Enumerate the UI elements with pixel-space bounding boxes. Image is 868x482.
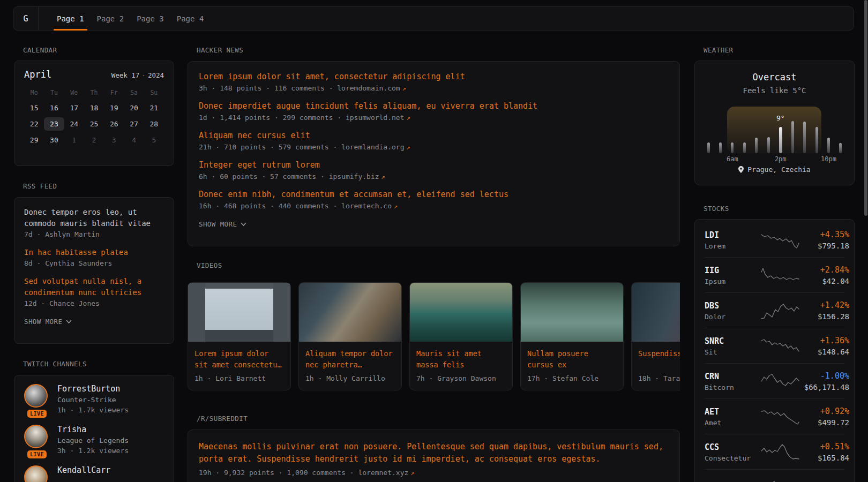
hn-title-link[interactable]: Donec enim nibh, condimentum et accumsan… xyxy=(199,189,669,200)
stock-row[interactable]: SNRC Sit +1.36% $148.64 xyxy=(705,328,844,363)
hn-title-link[interactable]: Aliquam nec cursus elit xyxy=(199,130,669,141)
page-tab-label: Page 1 xyxy=(57,14,84,23)
video-card[interactable]: Lorem ipsum dolor sit amet consectetu… 1… xyxy=(188,282,291,390)
live-badge: LIVE xyxy=(27,410,47,418)
external-link-icon[interactable]: ↗ xyxy=(407,144,410,151)
stock-row[interactable]: DBS Dolor +1.42% $156.28 xyxy=(705,292,844,328)
day-cell: 25 xyxy=(84,117,104,131)
stock-price: $66,171.48 xyxy=(800,383,849,391)
video-meta: 18h · Tara xyxy=(638,374,680,382)
page-tab[interactable]: Page 3 xyxy=(130,7,170,30)
video-thumbnail[interactable] xyxy=(188,283,290,342)
twitch-channel[interactable]: LIVE KendallCarr xyxy=(24,465,164,482)
channel-name[interactable]: KendallCarr xyxy=(57,465,110,475)
page-tab-label: Page 3 xyxy=(137,14,164,23)
hn-title-link[interactable]: Integer eget rutrum lorem xyxy=(199,160,669,171)
rss-item-title[interactable]: Sed volutpat nulla nisl, a condimentum n… xyxy=(24,276,164,298)
external-link-icon[interactable]: ↗ xyxy=(394,202,398,210)
channel-name[interactable]: Trisha xyxy=(57,425,129,434)
stock-name: Lorem xyxy=(705,242,760,250)
weather-bar xyxy=(755,138,758,153)
scrollbar[interactable] xyxy=(864,0,868,482)
rss-list: Donec tempor eros leo, ut commodo mauris… xyxy=(24,207,164,307)
stock-sparkline xyxy=(760,301,800,320)
video-title-link[interactable]: Nullam posuere cursus ex xyxy=(527,348,617,371)
show-more-button[interactable]: SHOW MORE xyxy=(24,318,72,326)
stock-sparkline xyxy=(760,478,800,482)
video-thumbnail[interactable] xyxy=(410,283,512,342)
video-title-link[interactable]: Mauris sit amet massa felis xyxy=(416,348,506,371)
external-link-icon[interactable]: ↗ xyxy=(381,173,385,180)
video-card[interactable]: Nullam posuere cursus ex 17h · Stefan Co… xyxy=(520,282,624,390)
page-tabs: Page 1 Page 2 Page 3 Page 4 xyxy=(50,7,210,30)
navbar: G Page 1 Page 2 Page 3 Page 4 xyxy=(13,6,854,31)
stock-change: +1.36% xyxy=(800,336,849,345)
stock-ticker: SNRC xyxy=(705,336,760,346)
weather-location: Prague, Czechia xyxy=(747,165,810,174)
twitch-channel[interactable]: LIVE ForrestBurton Counter-Strike 1h · 1… xyxy=(24,384,164,414)
weather-bar xyxy=(731,142,734,153)
weather-bar xyxy=(791,121,794,153)
stock-sparkline xyxy=(760,407,800,426)
video-title-link[interactable]: Aliquam tempor dolor nec pharetra… xyxy=(305,348,395,371)
twitch-channel[interactable]: LIVE Trisha League of Legends 3h · 1.2k … xyxy=(24,425,164,455)
separator-dot: · xyxy=(141,71,146,79)
rss-item-title[interactable]: Donec tempor eros leo, ut commodo mauris… xyxy=(24,207,164,229)
section-label-rss: RSS FEED xyxy=(23,182,174,190)
weather-feels-like: Feels like 5°C xyxy=(695,86,854,95)
weather-bars: 6am xyxy=(707,106,842,153)
stock-row[interactable]: CCS Consectetur +0.51% $165.84 xyxy=(705,434,844,469)
stocks-widget: LDI Lorem +4.35% $795.18 xyxy=(694,219,855,482)
stock-sparkline xyxy=(760,336,800,356)
external-link-icon[interactable]: ↗ xyxy=(410,469,414,477)
stock-price: $42.04 xyxy=(800,277,849,285)
page-tab-label: Page 4 xyxy=(177,14,204,23)
page-tab[interactable]: Page 2 xyxy=(91,7,131,30)
day-cell: 23 xyxy=(44,117,64,131)
hn-title-link[interactable]: Lorem ipsum dolor sit amet, consectetur … xyxy=(199,71,669,82)
rss-item-meta: 7d · Ashlyn Martin xyxy=(24,230,164,238)
video-card[interactable]: Suspendisse diam 18h · Tara xyxy=(631,282,680,390)
video-thumbnail[interactable] xyxy=(632,283,680,342)
video-title-link[interactable]: Lorem ipsum dolor sit amet consectetu… xyxy=(194,348,284,371)
stock-row[interactable]: AHS +0.46% xyxy=(705,469,844,482)
stock-name: Bitcorn xyxy=(705,383,760,391)
stock-change: -1.00% xyxy=(800,371,849,381)
app-logo[interactable]: G xyxy=(13,7,39,30)
stock-ticker: CCS xyxy=(705,442,760,452)
video-thumbnail[interactable] xyxy=(299,283,401,342)
external-link-icon[interactable]: ↗ xyxy=(407,114,410,122)
calendar-widget: April Week 17·2024 MoTuWeThFrSaSu 151617… xyxy=(14,61,174,166)
page-tab[interactable]: Page 1 xyxy=(50,7,91,30)
weekday-cell: Tu xyxy=(44,88,64,97)
channel-name[interactable]: ForrestBurton xyxy=(57,384,129,394)
page-tab[interactable]: Page 4 xyxy=(170,7,211,30)
stock-row[interactable]: CRN Bitcorn -1.00% $66,171.48 xyxy=(705,363,844,398)
hn-meta: 3h · 148 points · 116 comments · loremdo… xyxy=(199,84,669,92)
video-card[interactable]: Mauris sit amet massa felis 7h · Grayson… xyxy=(409,282,513,390)
rss-item: In hac habitasse platea 8d · Cynthia Sau… xyxy=(24,247,164,267)
post-title-link[interactable]: Maecenas mollis pulvinar erat non posuer… xyxy=(199,441,669,465)
video-card[interactable]: Aliquam tempor dolor nec pharetra… 1h · … xyxy=(298,282,402,390)
rss-item-title[interactable]: In hac habitasse platea xyxy=(24,247,164,258)
external-link-icon[interactable]: ↗ xyxy=(402,85,406,92)
day-cell: 26 xyxy=(104,117,124,131)
day-cell: 19 xyxy=(104,101,124,115)
day-cell: 5 xyxy=(144,133,164,147)
day-cell: 21 xyxy=(144,101,164,115)
weather-hour-column xyxy=(755,106,758,153)
video-thumbnail[interactable] xyxy=(521,283,623,342)
stock-row[interactable]: LDI Lorem +4.35% $795.18 xyxy=(705,222,844,257)
video-title-link[interactable]: Suspendisse diam xyxy=(638,348,680,371)
stock-price: $795.18 xyxy=(800,242,849,250)
hour-label: 6am xyxy=(727,155,738,163)
hn-title-link[interactable]: Donec imperdiet augue tincidunt felis al… xyxy=(199,101,669,112)
scrollbar-thumb[interactable] xyxy=(864,0,867,216)
video-meta: 1h · Lori Barnett xyxy=(194,374,284,382)
stock-row[interactable]: IIG Ipsum +2.84% $42.04 xyxy=(705,257,844,292)
stock-row[interactable]: AET Amet +0.92% $499.72 xyxy=(705,398,844,434)
stock-change: +2.84% xyxy=(800,265,849,275)
show-more-button[interactable]: SHOW MORE xyxy=(199,220,246,228)
hn-item: Aliquam nec cursus elit 21h · 710 points… xyxy=(199,130,669,151)
weather-bar xyxy=(803,122,806,153)
